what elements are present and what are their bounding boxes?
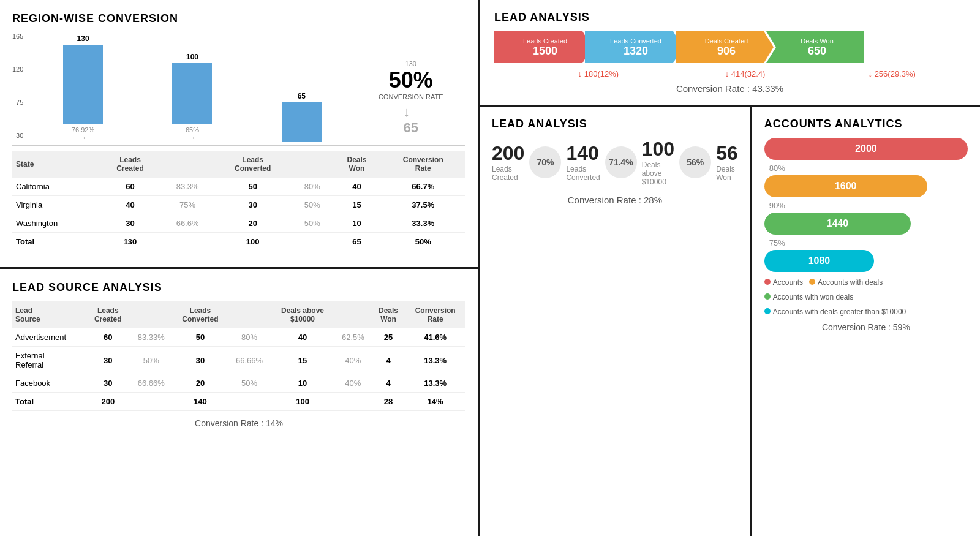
- legend-accounts: Accounts: [773, 278, 803, 287]
- la-stat-deals-won: 56 Deals Won: [716, 142, 738, 182]
- funnel-row: Leads Created 1500 Leads Converted 1320 …: [494, 31, 965, 63]
- funnel-deals-won: Deals Won 650: [766, 31, 864, 63]
- y-axis: 165 120 75 30: [12, 32, 23, 142]
- funnel-deals-created: Deals Created 906: [676, 31, 774, 63]
- bar-leads-created: 130 76.92% →: [28, 34, 137, 142]
- legend-accounts-won: Accounts with won deals: [773, 293, 853, 301]
- accounts-analytics-panel: ACCOUNTS ANALYTICS 2000 80% 1600 90% 144…: [752, 107, 980, 536]
- la-circle-2: 71.4%: [605, 146, 637, 178]
- accounts-analytics-title: ACCOUNTS ANALYTICS: [764, 118, 968, 130]
- region-title: REGION-WISE CONVERSION: [12, 12, 466, 25]
- lead-analysis-bot-panel: LEAD ANALYSIS 200 Leads Created 70% 140 …: [480, 107, 750, 536]
- region-chart: 165 120 75 30 130 76.92% → 100 65% → 65 …: [12, 32, 466, 146]
- conversion-display: 130 50% CONVERSION RATE ↓65: [356, 60, 466, 142]
- table-row: ExternalReferral 30 50% 30 66.66% 15 40%…: [12, 347, 466, 374]
- la-stats-row: 200 Leads Created 70% 140 Leads Converte…: [492, 138, 738, 186]
- lead-source-title: LEAD SOURCE ANALYSIS: [12, 281, 466, 294]
- table-row: Advertisement 60 83.33% 50 80% 40 62.5% …: [12, 328, 466, 347]
- right-column: LEAD ANALYSIS Leads Created 1500 Leads C…: [480, 0, 980, 536]
- drop-1: ↓ 180(12%): [525, 69, 672, 78]
- bar-leads-converted: 100 65% →: [138, 53, 247, 142]
- acc-bar-accounts-10k: 1080: [764, 250, 968, 272]
- acc-bar-accounts: 2000: [764, 138, 968, 160]
- funnel-leads-converted: Leads Converted 1320: [585, 31, 683, 63]
- legend-accounts-deals: Accounts with deals: [818, 278, 883, 287]
- la-stat-leads-created: 200 Leads Created: [492, 142, 524, 182]
- lead-source-conversion-rate: Conversion Rate : 14%: [12, 418, 466, 428]
- table-row: Washington 30 66.6% 20 50% 10 33.3%: [12, 214, 466, 233]
- table-row-total: Total 200 140 100 28 14%: [12, 393, 466, 411]
- la-circle-1: 70%: [529, 146, 561, 178]
- lead-analysis-top-panel: LEAD ANALYSIS Leads Created 1500 Leads C…: [480, 0, 980, 105]
- table-row: California 60 83.3% 50 80% 40 66.7%: [12, 178, 466, 196]
- drop-3: ↓ 256(29.3%): [818, 69, 965, 78]
- funnel-leads-created: Leads Created 1500: [494, 31, 592, 63]
- accounts-legend: Accounts Accounts with deals Accounts wi…: [764, 278, 968, 316]
- bar-deals-won: 65: [247, 92, 356, 142]
- table-row: Facebook 30 66.66% 20 50% 10 40% 4 13.3%: [12, 374, 466, 393]
- accounts-conv-rate: Conversion Rate : 59%: [764, 322, 968, 332]
- drop-row: ↓ 180(12%) ↓ 414(32.4) ↓ 256(29.3%): [525, 69, 965, 78]
- lead-source-table: LeadSource LeadsCreated LeadsConverted D…: [12, 301, 466, 411]
- drop-2: ↓ 414(32.4): [672, 69, 819, 78]
- table-row: Virginia 40 75% 30 50% 15 37.5%: [12, 196, 466, 214]
- region-panel: REGION-WISE CONVERSION 165 120 75 30 130…: [0, 0, 478, 267]
- la-stat-deals-above: 100 Deals above$10000: [642, 138, 674, 186]
- acc-bar-accounts-won: 1440: [764, 213, 968, 235]
- la-circle-3: 56%: [679, 146, 711, 178]
- legend-accounts-10k: Accounts with deals greater than $10000: [773, 308, 906, 316]
- lead-analysis-bot-conv-rate: Conversion Rate : 28%: [492, 195, 738, 205]
- la-stat-leads-converted: 140 Leads Converted: [566, 142, 600, 182]
- lead-analysis-bot-title: LEAD ANALYSIS: [492, 118, 738, 130]
- lead-source-panel: LEAD SOURCE ANALYSIS LeadSource LeadsCre…: [0, 269, 478, 536]
- lead-analysis-top-title: LEAD ANALYSIS: [494, 11, 965, 24]
- right-bottom-row: LEAD ANALYSIS 200 Leads Created 70% 140 …: [480, 107, 980, 536]
- region-table: State LeadsCreated LeadsConverted DealsW…: [12, 151, 466, 251]
- lead-analysis-top-conv-rate: Conversion Rate : 43.33%: [494, 83, 965, 94]
- acc-bar-accounts-deals: 1600: [764, 175, 968, 197]
- table-row-total: Total 130 100 65 50%: [12, 233, 466, 251]
